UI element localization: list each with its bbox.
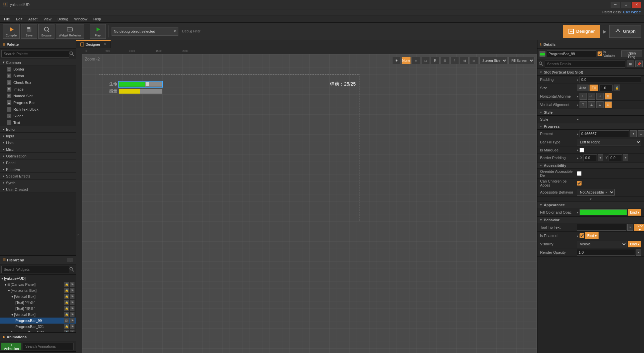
hierarchy-item-selected[interactable]: ProgressBar_99 ⊡ 👁 xyxy=(0,318,76,324)
accessible-behavior-select[interactable]: Not Accessible ~ Auto xyxy=(577,189,615,196)
palette-category-special-effects[interactable]: ▸ Special Effects xyxy=(0,173,76,180)
fill-color-expand[interactable]: ▸ xyxy=(577,211,579,214)
percent-spin-down[interactable]: ▾ xyxy=(630,130,637,137)
designer-tab-close[interactable]: ✕ xyxy=(104,42,107,46)
details-name-input[interactable] xyxy=(547,50,596,57)
hier-eye-btn[interactable]: 👁 xyxy=(70,288,74,293)
percent-expand[interactable]: ▸ xyxy=(577,132,579,136)
is-enabled-checkbox[interactable] xyxy=(580,233,584,238)
render-opacity-spin[interactable]: ▾ xyxy=(636,249,641,256)
hierarchy-item[interactable]: [Text] "能量" 🔒 👁 xyxy=(0,306,76,312)
expand-more-btn[interactable]: ▾ xyxy=(590,197,592,201)
canvas-grid-btn[interactable]: ⊞ xyxy=(441,57,449,64)
is-variable-checkbox[interactable] xyxy=(598,51,602,56)
progress-section-header[interactable]: ▾ Progress xyxy=(537,123,644,130)
save-btn[interactable]: Save xyxy=(21,24,37,39)
tooltip-bind-btn[interactable]: Bind ▾ xyxy=(634,224,644,231)
menu-window[interactable]: Window xyxy=(71,16,90,22)
hierarchy-item[interactable]: ▾ [Vertical Box] 🔒 👁 xyxy=(0,293,76,300)
canvas-eye-btn[interactable]: 👁 xyxy=(392,57,401,64)
hierarchy-item[interactable]: ▾ [HorizontalBox_246] 🔒 👁 xyxy=(0,330,76,332)
palette-item-richtextblock[interactable]: T Rich Text Block xyxy=(0,106,76,113)
can-children-checkbox[interactable] xyxy=(577,181,582,186)
hier-eye-btn[interactable]: 👁 xyxy=(70,312,74,317)
hier-lock-btn[interactable]: 🔒 xyxy=(64,306,69,311)
hier-lock-btn[interactable]: 🔒 xyxy=(64,294,69,299)
widget-reflector-btn[interactable]: Widget Reflector xyxy=(56,24,84,39)
canvas-r-btn[interactable]: R xyxy=(431,57,440,64)
close-btn[interactable]: ✕ xyxy=(632,2,641,8)
hier-lock-btn[interactable]: 🔒 xyxy=(64,288,69,293)
fill-color-bind-btn[interactable]: Bind ▾ xyxy=(628,209,641,216)
v-align-bottom-btn[interactable]: ⊥ xyxy=(596,101,604,108)
v-align-top-btn[interactable]: ⊤ xyxy=(580,101,587,108)
canvas-arrow-right-btn[interactable]: ▷ xyxy=(470,57,478,64)
palette-category-lists[interactable]: ▸ Lists xyxy=(0,139,76,146)
palette-item-button[interactable]: ⊡ Button xyxy=(0,73,76,79)
hier-lock-btn[interactable]: 🔒 xyxy=(64,324,69,329)
palette-category-synth[interactable]: ▸ Synth xyxy=(0,180,76,186)
hier-eye-btn[interactable]: 👁 xyxy=(70,318,74,323)
h-align-left-btn[interactable]: ⊢ xyxy=(580,93,587,100)
parent-class-value[interactable]: User Widget xyxy=(623,10,641,14)
percent-input[interactable] xyxy=(580,130,629,137)
hierarchy-item[interactable]: ▾ ⊞ [Canvas Panel] 🔒 👁 xyxy=(0,281,76,287)
details-pin-btn[interactable]: 📌 xyxy=(635,61,643,67)
style-expand[interactable]: ▸ xyxy=(577,117,579,121)
palette-item-progressbar[interactable]: ▬ Progress Bar xyxy=(0,99,76,106)
canvas-4-btn[interactable]: 4 xyxy=(450,57,459,64)
v-align-center-btn[interactable]: ⊥ xyxy=(588,101,595,108)
canvas-body[interactable]: Zoom -2 👁 None ○ □ R ⊞ 4 ◁ ▷ xyxy=(82,54,537,353)
palette-category-misc[interactable]: ▸ Misc xyxy=(0,146,76,153)
v-align-fill-btn[interactable]: ⊟ xyxy=(605,101,612,108)
palette-category-common[interactable]: ▾ Common xyxy=(0,59,76,66)
percent-bind-btn[interactable]: ⊡ xyxy=(638,130,644,137)
menu-view[interactable]: View xyxy=(41,16,54,22)
border-x-input[interactable] xyxy=(584,154,597,161)
fill-color-swatch[interactable] xyxy=(580,209,627,215)
health-progress-bar[interactable] xyxy=(119,82,162,87)
animation-search-input[interactable] xyxy=(23,343,73,350)
visibility-bind-btn[interactable]: Bind ▾ xyxy=(628,241,641,247)
h-align-expand[interactable]: ▸ xyxy=(577,95,579,98)
hierarchy-item[interactable]: ▾ [Vertical Box] 🔒 👁 xyxy=(0,312,76,318)
is-enabled-expand[interactable]: ▸ xyxy=(577,234,579,238)
size-fill-btn[interactable]: Fill xyxy=(590,85,599,91)
designer-btn[interactable]: Designer xyxy=(563,25,600,38)
menu-debug[interactable]: Debug xyxy=(55,16,71,22)
screen-size-selector[interactable]: Screen Size xyxy=(479,57,507,64)
hier-lock-btn[interactable]: ⊡ xyxy=(64,318,69,323)
minimize-btn[interactable]: ─ xyxy=(611,2,620,8)
hierarchy-item[interactable]: ▾ [Horizontal Box] 🔒 👁 xyxy=(0,287,76,293)
hierarchy-item[interactable]: ▾ [yaksueHUD] xyxy=(0,275,76,281)
behavior-section-header[interactable]: ▾ Behavior xyxy=(537,217,644,223)
hierarchy-search-input[interactable] xyxy=(1,266,69,273)
hier-lock-btn[interactable]: 🔒 xyxy=(64,300,69,305)
size-value-input[interactable] xyxy=(599,85,613,91)
is-enabled-bind-btn[interactable]: Bind ▾ xyxy=(585,232,599,239)
details-search-input[interactable] xyxy=(545,60,625,68)
appearance-section-header[interactable]: ▾ Appearance xyxy=(537,202,644,208)
hierarchy-item[interactable]: ProgressBar_321 🔒 👁 xyxy=(0,324,76,330)
border-y-input[interactable] xyxy=(609,154,622,161)
is-marquee-checkbox[interactable] xyxy=(580,148,584,152)
details-filter-btn[interactable]: ⊞ xyxy=(627,61,634,67)
hier-eye-btn[interactable]: 👁 xyxy=(70,294,74,299)
hier-lock-btn[interactable]: 🔒 xyxy=(64,282,69,287)
tooltip-input[interactable] xyxy=(577,224,626,231)
palette-item-image[interactable]: 🖼 Image xyxy=(0,86,76,93)
hier-eye-btn[interactable]: 👁 xyxy=(70,282,74,287)
palette-category-panel[interactable]: ▸ Panel xyxy=(0,159,76,166)
palette-category-editor[interactable]: ▸ Editor xyxy=(0,126,76,133)
canvas-none-btn[interactable]: None xyxy=(402,57,411,64)
slot-section-header[interactable]: ▾ Slot (Vertical Box Slot) xyxy=(537,69,644,76)
hier-eye-btn[interactable]: 👁 xyxy=(70,324,74,329)
palette-item-checkbox[interactable]: ☑ Check Box xyxy=(0,79,76,86)
palette-item-border[interactable]: ▢ Border xyxy=(0,66,76,73)
menu-edit[interactable]: Edit xyxy=(13,16,25,22)
v-align-expand[interactable]: ▸ xyxy=(577,103,579,107)
h-align-fill-btn[interactable]: ⊟ xyxy=(605,93,612,100)
hier-eye-btn[interactable]: 👁 xyxy=(70,306,74,311)
palette-category-input[interactable]: ▸ Input xyxy=(0,133,76,139)
hierarchy-item[interactable]: [Text] "生命" 🔒 👁 xyxy=(0,300,76,306)
